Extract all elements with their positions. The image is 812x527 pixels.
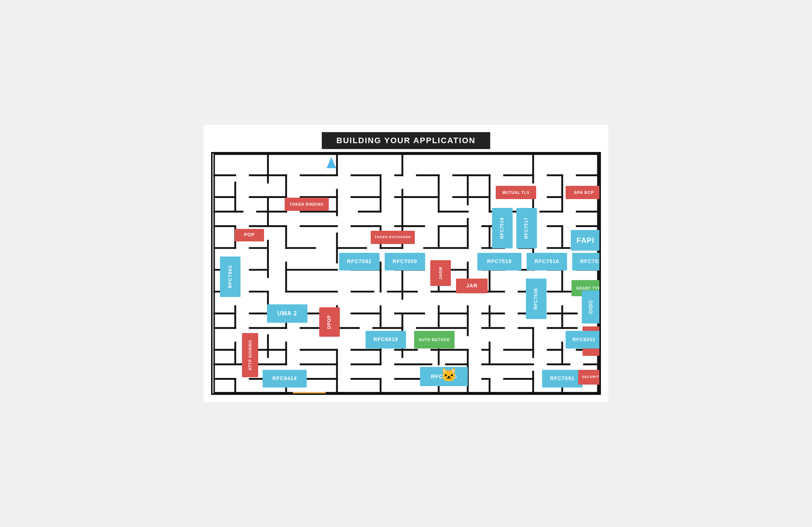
label-fapi: FAPI [571,230,600,251]
label-token-exchange: TOKEN EXCHANGE [371,231,415,244]
label-rfc7519: RFC7519 [477,253,521,270]
label-token-binding: TOKEN BINDING [285,198,329,211]
label-auth-method: AUTH METHOD [414,331,455,349]
label-rfc7517: RFC7517 [516,208,537,248]
label-rfc7592: RFC7592 [339,253,380,270]
label-jar: JAR [456,279,488,293]
page-title: BUILDING YOUR APPLICATION [322,132,490,149]
label-rfc6819: RFC6819 [366,331,406,349]
label-rfc8414: RFC8414 [263,370,307,388]
label-dpop: DPOP [319,307,340,337]
label-rfc7636: RFC7636 [526,279,546,319]
label-csrf: CSRF [293,392,326,395]
label-rfc8252: RFC8252 [566,331,601,349]
label-security-bcp: SECURITY BCP [578,370,601,385]
svg-rect-0 [214,154,598,393]
label-rfc7009: RFC7009 [385,253,425,270]
label-spa-bcp: SPA BCP [566,186,601,199]
maze-container: line, path, polyline { stroke: #111; str… [211,152,601,395]
label-rfc7591: RFC7591 [542,370,583,388]
label-rfc7516: RFC7516 [527,253,567,270]
label-oidc: OIDC [582,290,600,323]
label-rfc7518: RFC7518 [492,208,513,248]
label-uma2: UMA 2 [267,304,307,323]
page-container: BUILDING YOUR APPLICATION line, path, po… [204,125,608,402]
label-rfc7515: RFC7515 [572,253,601,270]
label-mutual-tls: MUTUAL TLS [496,186,536,199]
label-jarm: JARM [430,260,451,286]
label-pop: POP [235,229,264,241]
cat-mascot: 🐱 [441,368,459,387]
label-rfc7662: RFC7662 [220,257,241,297]
arrow-up-icon [327,157,336,168]
label-http-signing: HTTP SIGNING [242,333,258,377]
